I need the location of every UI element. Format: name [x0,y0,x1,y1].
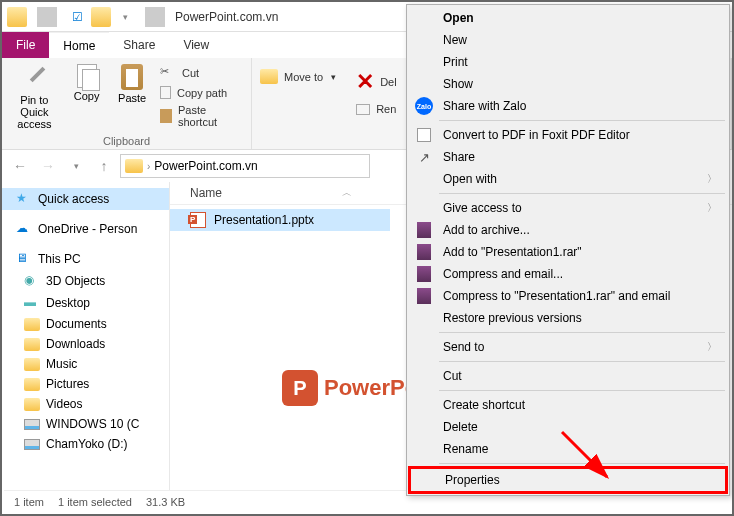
menu-compress-email[interactable]: Compress and email... [409,263,727,285]
submenu-arrow-icon: 〉 [707,201,717,215]
sidebar-3d-objects[interactable]: ◉3D Objects [2,270,169,292]
rename-icon [356,104,370,115]
status-selected: 1 item selected [58,496,132,508]
rar-icon [415,243,433,261]
copy-label: Copy [74,90,100,102]
videos-icon [24,398,40,411]
menu-cut[interactable]: Cut [409,365,727,387]
move-to-button[interactable]: Move to▾ [258,68,338,85]
menu-show[interactable]: Show [409,73,727,95]
rar-icon [415,221,433,239]
dropdown-icon: ▾ [331,72,336,82]
star-icon: ★ [16,191,32,207]
sidebar-chamyoko-drive[interactable]: ChamYoko (D:) [2,434,169,454]
app-folder-icon [7,7,27,27]
menu-restore-versions[interactable]: Restore previous versions [409,307,727,329]
qat-dropdown-icon[interactable]: ▾ [115,7,135,27]
nav-forward-button[interactable]: → [36,154,60,178]
pin-icon [15,58,55,98]
pptx-icon [190,212,206,228]
sidebar-videos[interactable]: Videos [2,394,169,414]
menu-foxit-pdf[interactable]: Convert to PDF in Foxit PDF Editor [409,124,727,146]
nav-up-button[interactable]: ↑ [92,154,116,178]
menu-share-zalo[interactable]: ZaloShare with Zalo [409,95,727,117]
pictures-icon [24,378,40,391]
sidebar-this-pc[interactable]: 🖥This PC [2,248,169,270]
chevron-icon[interactable]: › [147,161,150,172]
menu-print[interactable]: Print [409,51,727,73]
menu-create-shortcut[interactable]: Create shortcut [409,394,727,416]
sort-indicator-icon: ︿ [342,186,352,200]
copy-path-button[interactable]: Copy path [158,85,245,100]
tab-share[interactable]: Share [109,32,169,58]
drive-icon [24,419,40,430]
menu-send-to[interactable]: Send to〉 [409,336,727,358]
qat-checkbox-icon[interactable]: ☑ [67,7,87,27]
sidebar-desktop[interactable]: ▬Desktop [2,292,169,314]
sidebar-windows10-drive[interactable]: WINDOWS 10 (C [2,414,169,434]
window-title: PowerPoint.com.vn [175,10,278,24]
submenu-arrow-icon: 〉 [707,172,717,186]
pin-label: Pin to Quick access [8,94,61,130]
tab-file[interactable]: File [2,32,49,58]
share-icon: ↗ [415,148,433,166]
menu-rename[interactable]: Rename [409,438,727,460]
menu-open-with[interactable]: Open with〉 [409,168,727,190]
pc-icon: 🖥 [16,251,32,267]
menu-delete[interactable]: Delete [409,416,727,438]
paste-shortcut-button[interactable]: Paste shortcut [158,103,245,129]
navigation-pane: ★Quick access ☁OneDrive - Person 🖥This P… [2,182,170,490]
downloads-icon [24,338,40,351]
rename-button[interactable]: Ren [354,102,399,116]
copy-path-icon [160,86,171,99]
sidebar-quick-access[interactable]: ★Quick access [2,188,169,210]
delete-button[interactable]: ✕Del [354,68,399,96]
rar-icon [415,287,433,305]
cut-button[interactable]: ✂Cut [158,64,245,82]
menu-share[interactable]: ↗Share [409,146,727,168]
menu-compress-rar-email[interactable]: Compress to "Presentation1.rar" and emai… [409,285,727,307]
menu-add-archive[interactable]: Add to archive... [409,219,727,241]
desktop-icon: ▬ [24,295,40,311]
file-name: Presentation1.pptx [214,213,314,227]
context-menu: Open New Print Show ZaloShare with Zalo … [406,4,730,496]
foxit-icon [415,126,433,144]
nav-recent-dropdown[interactable]: ▾ [64,154,88,178]
menu-add-rar[interactable]: Add to "Presentation1.rar" [409,241,727,263]
qat-folder-icon[interactable] [91,7,111,27]
menu-new[interactable]: New [409,29,727,51]
paste-button[interactable]: Paste [112,62,152,104]
sidebar-pictures[interactable]: Pictures [2,374,169,394]
menu-properties[interactable]: Properties [408,466,728,494]
sidebar-downloads[interactable]: Downloads [2,334,169,354]
menu-open[interactable]: Open [409,7,727,29]
cut-icon: ✂ [160,65,176,81]
paste-shortcut-icon [160,109,172,123]
tab-view[interactable]: View [169,32,223,58]
move-to-icon [260,69,278,84]
breadcrumb-folder[interactable]: PowerPoint.com.vn [154,159,257,173]
music-icon [24,358,40,371]
rar-icon [415,265,433,283]
copy-icon [77,64,97,88]
sidebar-documents[interactable]: Documents [2,314,169,334]
cloud-icon: ☁ [16,221,32,237]
paste-icon [121,64,143,90]
zalo-icon: Zalo [415,97,433,115]
objects3d-icon: ◉ [24,273,40,289]
menu-give-access[interactable]: Give access to〉 [409,197,727,219]
tab-home[interactable]: Home [49,32,109,58]
pin-to-quick-access-button[interactable]: Pin to Quick access [8,62,61,130]
submenu-arrow-icon: 〉 [707,340,717,354]
file-row[interactable]: Presentation1.pptx [170,209,390,231]
sidebar-music[interactable]: Music [2,354,169,374]
copy-button[interactable]: Copy [67,62,107,102]
nav-back-button[interactable]: ← [8,154,32,178]
drive-icon [24,439,40,450]
column-name[interactable]: Name [190,186,222,200]
status-item-count: 1 item [14,496,44,508]
breadcrumb-box[interactable]: › PowerPoint.com.vn [120,154,370,178]
sidebar-onedrive[interactable]: ☁OneDrive - Person [2,218,169,240]
paste-label: Paste [118,92,146,104]
status-size: 31.3 KB [146,496,185,508]
